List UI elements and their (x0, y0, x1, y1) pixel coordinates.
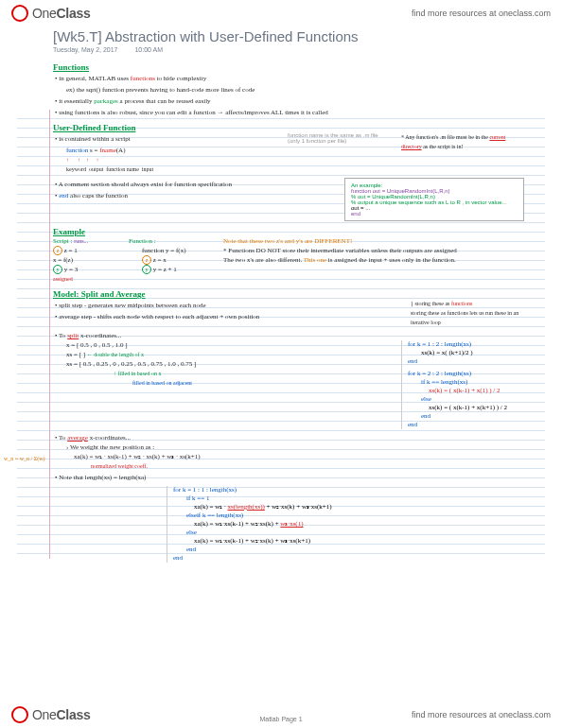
top-header: OneClass find more resources at oneclass… (0, 0, 562, 26)
script-h: Script : runs... (53, 236, 119, 246)
page-meta: Tuesday, May 2, 2017 10:00 AM (53, 46, 524, 53)
page-title: [Wk5.T] Abstraction with User-Defined Fu… (53, 28, 524, 44)
x3: xs = [ 0.5 , 0.25 , 0 , 0.25 , 0.5 , 0.7… (66, 359, 392, 369)
logo: OneClass (11, 5, 90, 22)
footer-resource-link[interactable]: find more resources at oneclass.com (412, 710, 551, 719)
avg-note: normalized weight coeff. (91, 461, 524, 471)
for-loop-1: for k = 1 : 2 : length(xs) xs(k) = x( (k… (401, 340, 524, 429)
x2: xs = [ ] ← double the length of x (66, 350, 392, 359)
s1-b1: • in general, MATLAB uses functions to h… (55, 74, 524, 83)
avg2: xa(k) = w₁ · xs(k-1) + w₂ · xs(k) + w₃ ·… (74, 452, 524, 461)
s2-b2: • A comment section should always exist … (55, 180, 335, 189)
for-loop-3: for k = 1 : 1 : length(xs) if k == 1 xa(… (167, 486, 413, 563)
meta-time: 10:00 AM (134, 46, 163, 53)
s2-star: * Any function's .m file must be in the … (401, 132, 524, 151)
bottom-footer: OneClass find more resources at oneclass… (0, 702, 562, 728)
sp1: • split step - generates new midpoints b… (55, 301, 395, 310)
s1-b2: ex) the sqrt() function prevents having … (66, 85, 524, 95)
example-box: An example: function out = UniqueRandomI… (344, 178, 524, 221)
footer-logo: OneClass (11, 706, 90, 723)
len-note: • Note that length(xs) = length(xa) (55, 473, 524, 482)
logo-text-2: Class (57, 6, 91, 21)
header-resource-link[interactable]: find more resources at oneclass.com (412, 9, 551, 18)
margin-line (49, 110, 50, 559)
s2-code: function s = fname(A) (66, 146, 278, 155)
s2-fn-note: function name is the same as .m file (on… (288, 132, 392, 144)
note3: The two x's are also different. This one… (223, 255, 469, 265)
s2-b1: • is contained within a script (55, 134, 278, 144)
x1: x = [ 0.5 , 0 , 0.5 , 1.0 ] (66, 340, 392, 350)
func-h: Function : (129, 236, 214, 246)
sc2: x = f(z) (53, 255, 119, 265)
fn2: z z = x (142, 255, 214, 265)
note2: * Functions DO NOT store their intermedi… (223, 246, 469, 255)
fn3: y y = z + 1 (142, 265, 214, 274)
wsum: w_n = w_n / Σ(w) (4, 454, 45, 463)
fn1: function y = f(x) (142, 246, 214, 255)
s1-b4: • using functions is also robust, since … (55, 108, 524, 117)
avg-h: • To average x-coordinates... (55, 433, 524, 442)
ex5: end (351, 211, 518, 217)
sc3: y y = 3 (53, 265, 119, 274)
section-example-head: Example (53, 227, 524, 236)
assigned: assigned (53, 274, 119, 284)
filled: ↑ filled in based on xfilled in based on… (114, 369, 392, 388)
store-note: } storing these as functionsstoring thes… (411, 299, 524, 327)
sc1: z z = 1 (53, 246, 119, 255)
s2-b3: • end also caps the function (55, 191, 335, 200)
section-functions-head: Functions (53, 62, 524, 72)
section-udf-head: User-Defined Function (53, 123, 524, 132)
split-h: • To split x-coordinates... (55, 331, 524, 340)
logo-text-1: One (32, 6, 57, 21)
s1-b3: • it essentially packages a process that… (55, 96, 524, 106)
footer-logo-icon (11, 706, 28, 723)
sp2: • average step - shifts each node with r… (55, 312, 395, 321)
s2-arrows: ↑ ↑ ↑ ↑ (66, 155, 278, 165)
ex3: % output a unique sequence such as L to … (351, 199, 518, 205)
meta-date: Tuesday, May 2, 2017 (53, 46, 117, 53)
s2-labels: keyword output function name input (66, 165, 278, 174)
logo-icon (11, 5, 28, 22)
section-model-head: Model: Split and Average (53, 289, 524, 299)
note1: Note that these two z's and y's are DIFF… (223, 236, 469, 246)
avg1: › We weight the new position as : (66, 442, 524, 452)
